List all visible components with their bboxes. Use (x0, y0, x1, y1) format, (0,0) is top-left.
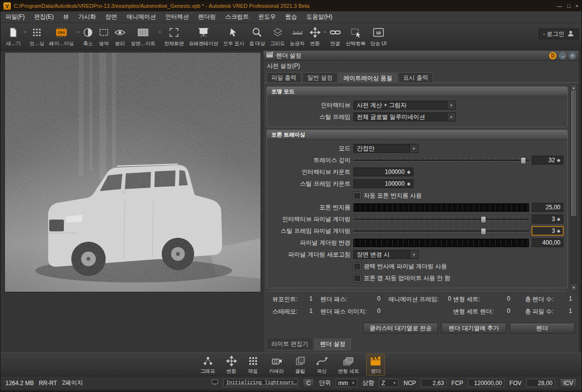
titlebar[interactable]: V C:/ProgramData/Autodesk/VREDPro-13.3/e… (0, 0, 582, 11)
toolbar-new-scene[interactable]: 새…기 (3, 25, 23, 48)
maximize-button[interactable]: □ (567, 3, 571, 9)
tab-light-editor[interactable]: 라이트 편집기 (266, 338, 314, 350)
menu-script[interactable]: 스크립트 (225, 13, 249, 21)
ncp-field[interactable]: 2,63 (421, 379, 446, 387)
trace-depth-value[interactable]: 32 ◆ (532, 156, 563, 165)
toolbar-grid[interactable]: 그리드 (268, 25, 288, 48)
menu-window[interactable]: 윈도우 (258, 13, 276, 21)
tab-raytracing-quality[interactable]: 레이트레이싱 품질 (339, 73, 397, 83)
fov-field[interactable]: 28,00 (526, 379, 555, 387)
dock-render[interactable]: 렌더 (366, 354, 385, 376)
toolbar-connect[interactable]: 연결 (327, 25, 344, 48)
send-to-cluster-queue-button[interactable]: 클러스터 대기열로 전송 (363, 323, 438, 334)
toolbar-antialiasing[interactable]: 안…싱 (27, 25, 47, 48)
still-final-gathering-value[interactable]: 3 ◆ (532, 226, 563, 235)
auto-photon-radius-checkbox[interactable] (353, 192, 361, 199)
toolbar-minimize-render[interactable]: 축소 (80, 25, 96, 48)
menu-edit[interactable]: 편집(E) (34, 13, 54, 21)
final-gathering-refresh-dropdown[interactable]: 장면 변경 시 ▼ (353, 250, 418, 259)
interactive-illumination-dropdown[interactable]: 사전 계산 + 그림자 ▼ (353, 101, 456, 110)
menu-help[interactable]: 도움말(H) (306, 13, 332, 21)
toolbar-presentation[interactable]: 프레젠테이션 (186, 25, 221, 48)
interactive-final-gathering-value[interactable]: 3 ◆ (532, 215, 563, 224)
dock-clip[interactable]: 클립 (291, 354, 309, 376)
photon-radius-slider[interactable] (353, 203, 529, 212)
minimize-button[interactable]: — (557, 3, 562, 9)
toolbar-fullscreen[interactable]: 전체화면 (162, 25, 186, 48)
slider-thumb[interactable] (521, 157, 526, 164)
toolbar-zoom-to[interactable]: 줌 대상 (247, 25, 268, 48)
raytraced-preview-image[interactable] (4, 52, 261, 292)
slider-thumb[interactable] (481, 216, 486, 223)
interactive-final-gathering-slider[interactable] (353, 215, 529, 223)
toolbar-overflow-chevron[interactable]: » (76, 29, 80, 34)
toolbar-region[interactable]: 영역 (96, 25, 112, 48)
menu-visualization[interactable]: 가시화 (78, 13, 96, 21)
tab-render-settings[interactable]: 렌더 설정 (315, 338, 350, 350)
dock-material[interactable]: 재질 (244, 354, 262, 376)
still-frame-illumination-dropdown[interactable]: 전체 글로벌 일루미네이션 ▼ (353, 112, 456, 121)
toolbar-overflow-chevron[interactable]: » (158, 29, 162, 34)
up-axis-dropdown[interactable]: Z ▼ (379, 379, 399, 387)
unit-dropdown[interactable]: mm ▼ (336, 379, 357, 387)
scroll-up-icon[interactable]: ▲ (571, 84, 577, 91)
preset-menu[interactable]: 사전 설정(P) (263, 61, 579, 71)
tab-display-output[interactable]: 표시 출력 (398, 72, 433, 83)
spinner-diamond-icon[interactable]: ◆ (557, 217, 560, 222)
panel-header[interactable]: 렌더 설정 D → × (263, 51, 579, 61)
toolbar-ruler[interactable]: 눈금자 (288, 25, 307, 48)
dock-variant-sets[interactable]: 변형 세트 (335, 354, 363, 376)
close-button[interactable]: × (576, 3, 579, 9)
toolbar-show-all[interactable]: 모두 표시 (221, 25, 247, 48)
panel-close-icon[interactable]: × (569, 52, 576, 59)
render-button[interactable]: 렌더 (510, 323, 575, 334)
fcp-field[interactable]: 120000,00 (468, 379, 504, 387)
toolbar-scene-plate[interactable]: 장면…이트 (128, 25, 158, 48)
spinner-diamond-icon[interactable]: ◆ (557, 228, 560, 233)
menu-rendering[interactable]: 렌더링 (198, 13, 216, 21)
tab-file-output[interactable]: 파일 출력 (266, 72, 301, 83)
toolbar-overflow-chevron[interactable]: » (23, 29, 27, 34)
dock-camera[interactable]: 카메라 (266, 354, 288, 376)
dock-scenegraph[interactable]: 그래프 (197, 354, 219, 376)
photon-map-no-update-checkbox[interactable] (353, 275, 361, 282)
toolbar-overflow-chevron[interactable]: » (323, 29, 327, 34)
c-toggle-button[interactable]: C (303, 378, 314, 388)
login-button[interactable]: - 로그인 (539, 28, 579, 39)
toolbar-raytracing-cpu[interactable]: CPU 레이…이싱 (47, 25, 76, 48)
photon-radius-value[interactable]: 25,00 (532, 203, 563, 212)
toolbar-simple-ui[interactable]: UI 단순 UI (368, 25, 389, 48)
final-gathering-radius-slider[interactable] (353, 239, 529, 247)
render-viewport[interactable] (0, 51, 263, 352)
scrollbar-thumb[interactable] (571, 91, 576, 216)
spinner-diamond-icon[interactable]: ◆ (407, 181, 410, 186)
slider-thumb[interactable] (481, 228, 486, 235)
toolbar-detach[interactable]: 분리 (112, 25, 128, 48)
menu-interaction[interactable]: 인터랙션 (165, 13, 189, 21)
trace-depth-slider[interactable] (353, 156, 529, 164)
spinner-diamond-icon[interactable]: ◆ (557, 158, 560, 163)
dock-transform[interactable]: 변환 (223, 354, 240, 376)
icv-button[interactable]: ICV (560, 378, 577, 388)
undock-arrow-icon[interactable]: → (559, 52, 566, 59)
toolbar-selection[interactable]: 선택항목 (344, 25, 368, 48)
menu-animation[interactable]: 애니메이션 (126, 13, 156, 21)
final-gathering-radius-value[interactable]: 400,00 (532, 238, 563, 247)
spinner-diamond-icon[interactable]: ◆ (407, 169, 410, 174)
glossy-final-gathering-checkbox[interactable] (353, 263, 361, 270)
photon-mode-dropdown[interactable]: 간접만 ▼ (353, 144, 418, 153)
menu-scene[interactable]: 장면 (105, 13, 117, 21)
interactive-count-spinbox[interactable]: 100000 ◆ (353, 168, 413, 176)
dock-curve[interactable]: 곡선 (313, 354, 331, 376)
menu-view[interactable]: 뷰 (63, 13, 69, 21)
still-final-gathering-slider[interactable] (353, 227, 529, 235)
tab-general-settings[interactable]: 일반 설정 (302, 72, 337, 83)
dock-d-badge[interactable]: D (549, 52, 556, 59)
menu-file[interactable]: 파일(F) (5, 13, 25, 21)
scroll-down-icon[interactable]: ▼ (571, 284, 577, 291)
still-count-spinbox[interactable]: 100000 ◆ (353, 179, 413, 188)
toolbar-transform[interactable]: 변환 (307, 25, 323, 48)
panel-scrollbar[interactable]: ▲ ▼ (570, 84, 577, 291)
add-to-render-queue-button[interactable]: 렌더 대기열에 추가 (441, 323, 506, 334)
menu-web[interactable]: 웹습 (285, 13, 297, 21)
